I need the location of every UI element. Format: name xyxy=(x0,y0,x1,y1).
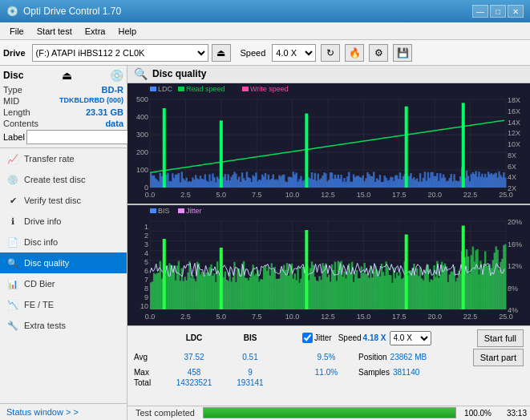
disc-length-label: Length xyxy=(3,107,30,117)
nav-verify-test-disc[interactable]: ✔ Verify test disc xyxy=(0,190,127,211)
fe-te-icon: 📉 xyxy=(6,298,19,311)
charts-area xyxy=(127,83,530,325)
disc-mid-value: TDKBLDRBD (000) xyxy=(59,96,123,106)
start-full-button[interactable]: Start full xyxy=(477,329,524,347)
status-window-link[interactable]: Status window > > xyxy=(6,407,79,417)
disc-quality-header: 🔍 Disc quality xyxy=(127,66,530,83)
max-bis: 9 xyxy=(222,368,278,377)
max-jitter: 11.0% xyxy=(302,368,350,377)
total-ldc: 14323521 xyxy=(166,378,222,387)
extra-tests-icon: 🔧 xyxy=(6,319,19,332)
avg-label: Avg xyxy=(134,353,166,361)
disc-info-nav-icon: 📄 xyxy=(6,236,19,248)
nav-disc-info-label: Disc info xyxy=(24,237,58,247)
position-label: Position xyxy=(358,353,387,361)
nav-cd-bier[interactable]: 📊 CD Bier xyxy=(0,273,127,294)
top-chart xyxy=(127,83,530,204)
menu-bar: File Start test Extra Help xyxy=(0,22,530,40)
disc-section: Disc ⏏ 💿 Type BD-R MID TDKBLDRBD (000) L… xyxy=(0,66,127,148)
samples-label: Samples xyxy=(358,368,390,377)
bottom-chart-container xyxy=(127,205,530,325)
maximize-button[interactable]: □ xyxy=(490,5,506,18)
nav-drive-info[interactable]: ℹ Drive info xyxy=(0,211,127,232)
samples-value: 381140 xyxy=(393,368,419,377)
total-label: Total xyxy=(134,378,166,387)
nav-disc-info[interactable]: 📄 Disc info xyxy=(0,232,127,252)
title-bar-title: 💿 Opti Drive Control 1.70 xyxy=(6,6,121,17)
menu-file[interactable]: File xyxy=(3,25,30,38)
nav-create-test-disc-label: Create test disc xyxy=(24,175,85,184)
disc-mid-label: MID xyxy=(3,96,19,106)
disc-contents-label: Contents xyxy=(3,119,38,128)
disc-type-label: Type xyxy=(3,85,22,95)
progress-percent: 100.0% xyxy=(459,409,492,418)
nav-verify-test-disc-label: Verify test disc xyxy=(24,196,81,205)
disc-mid-row: MID TDKBLDRBD (000) xyxy=(3,96,123,106)
stats-bar: LDC BIS Jitter Speed 4.18 X 4.0 X S xyxy=(127,325,530,406)
jitter-label: Jitter xyxy=(314,333,332,342)
speed-label: Speed xyxy=(241,48,266,58)
bottom-chart xyxy=(127,205,530,325)
drive-info-icon: ℹ xyxy=(6,215,19,228)
menu-extra[interactable]: Extra xyxy=(79,25,112,38)
speed-label-stat: Speed xyxy=(338,333,362,342)
nav-create-test-disc[interactable]: 💿 Create test disc xyxy=(0,169,127,190)
progress-row: Test completed 100.0% 33:13 xyxy=(127,406,530,420)
nav-section: 📈 Transfer rate 💿 Create test disc ✔ Ver… xyxy=(0,148,127,403)
disc-eject-icon[interactable]: ⏏ xyxy=(62,69,72,82)
total-bis: 193141 xyxy=(222,378,278,387)
disc-quality-icon: 🔍 xyxy=(6,256,19,269)
title-bar-controls: — □ ✕ xyxy=(472,5,524,18)
save-button[interactable]: 💾 xyxy=(393,44,412,62)
disc-length-row: Length 23.31 GB xyxy=(3,107,123,117)
speed-value-stat: 4.18 X xyxy=(363,333,386,342)
disc-info-icon[interactable]: 💿 xyxy=(110,69,123,82)
disc-length-value: 23.31 GB xyxy=(86,107,123,117)
nav-extra-tests-label: Extra tests xyxy=(24,321,66,330)
app-icon: 💿 xyxy=(6,6,18,17)
minimize-button[interactable]: — xyxy=(472,5,488,18)
start-part-button[interactable]: Start part xyxy=(473,349,524,366)
disc-contents-row: Contents data xyxy=(3,119,123,128)
nav-fe-te-label: FE / TE xyxy=(24,300,54,309)
create-test-disc-icon: 💿 xyxy=(6,173,19,186)
disc-label-input[interactable] xyxy=(26,130,133,144)
drive-label: Drive xyxy=(3,48,26,58)
jitter-checkbox[interactable] xyxy=(302,333,313,343)
disc-contents-value: data xyxy=(105,119,123,128)
toolbar: Drive (F:) ATAPI iHBS112 2 CL0K ⏏ Speed … xyxy=(0,40,530,66)
top-chart-container xyxy=(127,83,530,204)
nav-fe-te[interactable]: 📉 FE / TE xyxy=(0,294,127,315)
progress-time: 33:13 xyxy=(495,409,527,418)
eject-button[interactable]: ⏏ xyxy=(212,44,231,62)
nav-disc-quality[interactable]: 🔍 Disc quality xyxy=(0,252,127,273)
avg-jitter: 9.5% xyxy=(302,353,350,361)
title-bar: 💿 Opti Drive Control 1.70 — □ ✕ xyxy=(0,0,530,22)
progress-bar-outer xyxy=(203,407,456,418)
nav-disc-quality-label: Disc quality xyxy=(24,258,69,268)
burn-button[interactable]: 🔥 xyxy=(345,44,364,62)
menu-start-test[interactable]: Start test xyxy=(30,25,79,38)
settings-button[interactable]: ⚙ xyxy=(369,44,388,62)
left-panel: Disc ⏏ 💿 Type BD-R MID TDKBLDRBD (000) L… xyxy=(0,66,127,420)
disc-label-row: Label ✎ xyxy=(3,130,123,144)
menu-help[interactable]: Help xyxy=(111,25,143,38)
cd-bier-icon: 📊 xyxy=(6,277,19,290)
nav-cd-bier-label: CD Bier xyxy=(24,279,55,289)
disc-quality-header-icon: 🔍 xyxy=(134,67,148,80)
nav-extra-tests[interactable]: 🔧 Extra tests xyxy=(0,315,127,336)
speed-select[interactable]: 4.0 X xyxy=(272,44,316,62)
max-label: Max xyxy=(134,368,166,377)
disc-title: Disc xyxy=(3,70,23,81)
status-section: Status window > > xyxy=(0,403,127,420)
refresh-button[interactable]: ↻ xyxy=(321,44,340,62)
close-button[interactable]: ✕ xyxy=(508,5,524,18)
disc-label-text: Label xyxy=(3,132,25,142)
progress-bar-inner xyxy=(204,408,455,418)
drive-select[interactable]: (F:) ATAPI iHBS112 2 CL0K xyxy=(32,44,208,62)
position-value: 23862 MB xyxy=(390,353,427,361)
verify-test-disc-icon: ✔ xyxy=(6,194,19,207)
status-completed-text: Test completed xyxy=(131,406,200,419)
nav-transfer-rate[interactable]: 📈 Transfer rate xyxy=(0,148,127,169)
speed-target-select[interactable]: 4.0 X xyxy=(390,331,431,345)
